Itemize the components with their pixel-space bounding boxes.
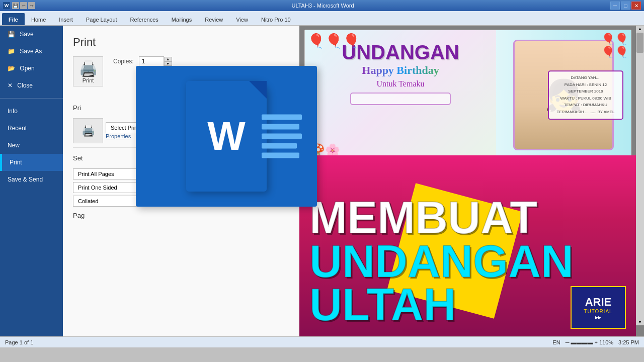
- invitation-card-1: 🎈🎈🎈 UNDANGAN Happy Birthday Untuk Temaku…: [304, 30, 631, 160]
- sidebar-item-save-send[interactable]: Save & Send: [0, 171, 63, 188]
- page-info: Page 1 of 1: [5, 339, 33, 345]
- arie-logo-icon: ▶▶: [595, 315, 601, 320]
- overlay-text-container: MEMBUAT UNDANGAN ULTAH: [309, 195, 574, 326]
- doc-line-2: [262, 124, 299, 130]
- print-button[interactable]: 🖨️ Print: [73, 56, 103, 86]
- copies-up-button[interactable]: ▲: [164, 57, 172, 61]
- inv1-balloons-right: 🎈🎈🎈🎈: [601, 33, 628, 59]
- sidebar-item-close[interactable]: ✕ Close: [0, 77, 63, 94]
- ribbon: File Home Insert Page Layout References …: [0, 11, 644, 26]
- copies-spinner: ▲ ▼: [164, 57, 172, 66]
- open-icon: 📂: [8, 65, 15, 72]
- tab-insert[interactable]: Insert: [52, 13, 79, 25]
- maximize-button[interactable]: □: [621, 2, 630, 10]
- scroll-thumb[interactable]: [636, 33, 643, 53]
- zoom-in-button[interactable]: +: [594, 339, 597, 345]
- inv1-left: 🎈🎈🎈 UNDANGAN Happy Birthday Untuk Temaku…: [305, 30, 496, 160]
- sidebar-item-save-as[interactable]: 📁 Save As: [0, 43, 63, 60]
- doc-line-5: [262, 153, 299, 158]
- close-doc-icon: ✕: [8, 82, 13, 89]
- ribbon-tabs: File Home Insert Page Layout References …: [0, 11, 644, 25]
- overlay-membuat: MEMBUAT: [309, 195, 574, 240]
- status-bar: Page 1 of 1 EN ─ ▬▬▬▬ + 110% 3:25 PM: [0, 336, 644, 347]
- vertical-scrollbar[interactable]: ▲ ▼: [636, 26, 644, 325]
- tab-mailings[interactable]: Mailings: [165, 13, 198, 25]
- minimize-button[interactable]: ─: [610, 2, 620, 10]
- printer-section-header: Pri: [73, 104, 81, 112]
- sidebar-item-print[interactable]: Print: [0, 154, 63, 171]
- word-w-letter: W: [207, 113, 246, 159]
- sidebar-item-new[interactable]: New: [0, 137, 63, 154]
- language-indicator: EN: [552, 339, 560, 345]
- inv1-waktu: WAKTU : PUKUL 08:00 WIB: [553, 95, 618, 102]
- title-bar: W 💾 ↩ ↪ ULTAH3 - Microsoft Word ─ □ ✕: [0, 0, 644, 11]
- inv1-happy-bday: Happy Birthday: [312, 64, 489, 77]
- video-overlay: MEMBUAT UNDANGAN ULTAH ARIE TUTORIAL ▶▶: [299, 155, 636, 336]
- inv1-name-box[interactable]: [350, 93, 451, 105]
- inv1-untuk: Untuk Temaku: [312, 79, 489, 88]
- time-display: 3:25 PM: [618, 339, 639, 345]
- overlay-undangan: UNDANGAN: [309, 240, 574, 284]
- quick-undo-icon[interactable]: ↩: [20, 2, 27, 9]
- word-logo-bg: W: [136, 66, 317, 207]
- save-as-icon: 📁: [8, 48, 15, 55]
- doc-corner: [249, 81, 267, 99]
- window-controls: ─ □ ✕: [610, 2, 641, 10]
- pages-section-header: Pag: [73, 212, 85, 219]
- tab-nitro[interactable]: Nitro Pro 10: [255, 13, 297, 25]
- print-button-label: Print: [83, 77, 94, 83]
- zoom-percentage: 110%: [599, 339, 613, 345]
- scroll-down-button[interactable]: ▼: [636, 319, 644, 325]
- copies-label: Copies:: [113, 58, 134, 65]
- printer-thumbnail: 🖨️: [73, 118, 103, 143]
- inv1-tempat: TEMPAT : DIRUMAHKU: [553, 102, 618, 109]
- zoom-level: ─ ▬▬▬▬ + 110%: [566, 339, 613, 345]
- doc-line-4: [262, 143, 297, 149]
- inv1-info-box: DATANG YAH.... PADA HARI : SENIN 12 SEPT…: [548, 70, 623, 120]
- backstage-sidebar: 💾 Save 📁 Save As 📂 Open ✕ Close Info Rec…: [0, 26, 63, 336]
- close-button[interactable]: ✕: [631, 2, 641, 10]
- doc-line-3: [262, 134, 302, 139]
- doc-line-1: [262, 115, 302, 120]
- tab-page-layout[interactable]: Page Layout: [79, 13, 124, 25]
- status-bar-right: EN ─ ▬▬▬▬ + 110% 3:25 PM: [552, 339, 639, 345]
- tab-file[interactable]: File: [2, 13, 25, 25]
- title-bar-left: W 💾 ↩ ↪: [3, 2, 35, 9]
- printer-icon: 🖨️: [79, 60, 98, 77]
- word-logo-overlay: W: [136, 66, 317, 207]
- word-icon: W: [3, 2, 10, 9]
- word-doc-lines: [262, 115, 302, 158]
- scroll-up-button[interactable]: ▲: [636, 26, 644, 32]
- sidebar-item-recent[interactable]: Recent: [0, 120, 63, 137]
- inv1-datang: DATANG YAH....: [553, 74, 618, 81]
- settings-section-header: Set: [73, 154, 83, 162]
- sidebar-item-info[interactable]: Info: [0, 103, 63, 120]
- word-doc-shape: W: [186, 81, 267, 192]
- tab-view[interactable]: View: [229, 13, 255, 25]
- quick-save-icon[interactable]: 💾: [12, 2, 19, 9]
- zoom-out-button[interactable]: ─: [566, 339, 570, 345]
- sidebar-item-open[interactable]: 📂 Open: [0, 60, 63, 77]
- save-icon: 💾: [8, 31, 15, 38]
- backstage: 💾 Save 📁 Save As 📂 Open ✕ Close Info Rec…: [0, 26, 644, 336]
- inv1-right: 👧 🎈🎈🎈🎈 DATANG YAH.... PADA HARI : SENIN …: [496, 30, 631, 160]
- inv1-hari: PADA HARI : SENIN 12 SEPTEMBER 2019: [553, 81, 618, 95]
- overlay-ultah: ULTAH: [309, 284, 574, 327]
- inv1-terimakasih: TERIMAKASIH .......... BY AMEL: [553, 109, 618, 116]
- copies-down-button[interactable]: ▼: [164, 61, 172, 66]
- zoom-slider[interactable]: ▬▬▬▬: [571, 339, 593, 345]
- copies-input[interactable]: [139, 56, 164, 66]
- tab-review[interactable]: Review: [198, 13, 229, 25]
- arie-badge: ARIE TUTORIAL ▶▶: [571, 286, 626, 329]
- preview-area: 🎈🎈🎈 UNDANGAN Happy Birthday Untuk Temaku…: [299, 26, 644, 336]
- sidebar-item-save[interactable]: 💾 Save: [0, 26, 63, 43]
- tab-references[interactable]: References: [124, 13, 165, 25]
- tab-home[interactable]: Home: [25, 13, 52, 25]
- quick-redo-icon[interactable]: ↪: [28, 2, 35, 9]
- window-title: ULTAH3 - Microsoft Word: [35, 3, 610, 9]
- backstage-content: Print 🖨️ Print Copies: ▲ ▼: [63, 26, 644, 336]
- print-title: Print: [73, 36, 289, 49]
- arie-subtitle: TUTORIAL: [584, 309, 612, 314]
- arie-name: ARIE: [585, 296, 612, 309]
- inv1-balloons-left: 🎈🎈🎈: [307, 33, 360, 49]
